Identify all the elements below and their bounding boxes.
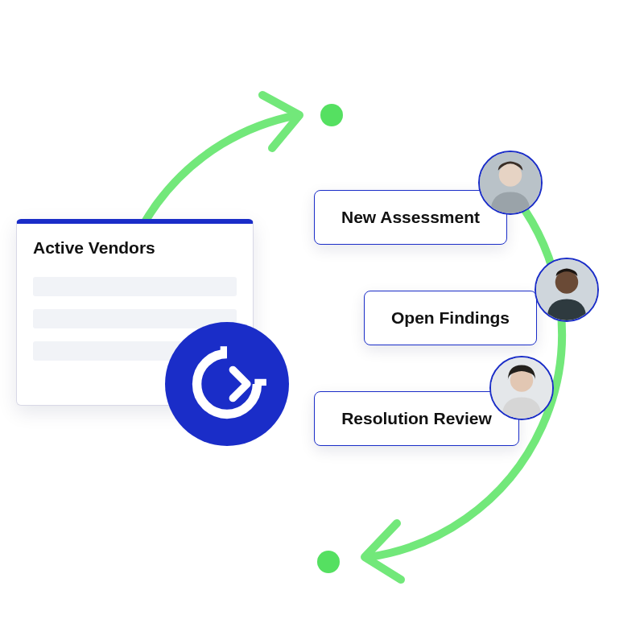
vendor-row xyxy=(33,277,237,296)
step-open-findings: Open Findings xyxy=(364,291,537,345)
step-new-assessment: New Assessment xyxy=(314,190,507,245)
step-label: New Assessment xyxy=(341,208,480,227)
svg-point-3 xyxy=(499,163,522,187)
avatar-1 xyxy=(478,151,543,215)
avatar-icon xyxy=(480,152,541,213)
svg-rect-1 xyxy=(254,379,266,386)
avatar-icon xyxy=(491,357,552,419)
svg-rect-0 xyxy=(221,346,227,358)
logo-badge xyxy=(165,322,289,446)
avatar-2 xyxy=(535,258,599,322)
avatar-3 xyxy=(489,356,554,420)
cycle-dot-top xyxy=(320,104,343,126)
step-resolution-review: Resolution Review xyxy=(314,391,519,446)
step-label: Open Findings xyxy=(391,308,510,328)
active-vendors-title: Active Vendors xyxy=(33,238,237,258)
circular-arrow-logo-icon xyxy=(185,342,269,426)
svg-point-5 xyxy=(555,270,579,294)
cycle-diagram: Active Vendors New Assessment Open Findi… xyxy=(0,0,644,644)
avatar-icon xyxy=(536,259,597,320)
step-label: Resolution Review xyxy=(341,409,492,428)
cycle-dot-bottom xyxy=(317,551,340,573)
